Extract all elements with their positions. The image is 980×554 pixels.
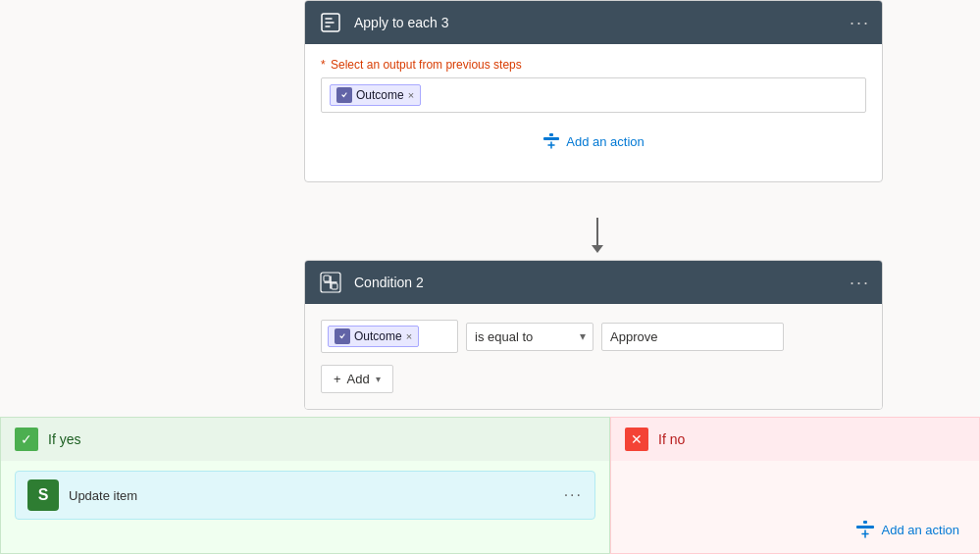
if-no-add-action-icon (855, 520, 875, 539)
condition-icon (317, 269, 344, 296)
apply-each-menu[interactable]: ··· (850, 13, 870, 33)
svg-rect-9 (863, 521, 867, 524)
if-yes-header: ✓ If yes (1, 418, 609, 461)
loop-icon (317, 9, 344, 36)
arrow-head (592, 245, 603, 253)
add-chevron-icon: ▾ (376, 374, 381, 384)
add-condition-button[interactable]: + Add ▾ (321, 365, 393, 393)
yes-check-icon: ✓ (15, 428, 38, 451)
svg-rect-6 (332, 283, 337, 289)
svg-rect-8 (856, 526, 874, 529)
svg-rect-2 (543, 137, 559, 140)
condition-outcome-token: Outcome × (328, 326, 419, 347)
condition-token-input[interactable]: Outcome × (321, 320, 458, 353)
if-yes-section: ✓ If yes S Update item ··· (0, 417, 610, 554)
add-plus-icon: + (334, 372, 341, 386)
field-label-text: Select an output from previous steps (331, 58, 522, 72)
apply-each-body: * Select an output from previous steps O… (305, 44, 882, 181)
branch-container: ✓ If yes S Update item ··· ✕ If no (0, 417, 980, 554)
if-no-add-action-button[interactable]: Add an action (881, 523, 959, 537)
condition-row: Outcome × is equal to (321, 320, 866, 353)
condition-token-label: Outcome (354, 329, 402, 343)
if-no-header: ✕ If no (611, 418, 979, 461)
svg-rect-5 (324, 276, 330, 281)
condition-header: Condition 2 ··· (305, 261, 882, 304)
apply-each-header-left: Apply to each 3 (317, 9, 449, 36)
condition-title: Condition 2 (354, 275, 424, 290)
if-no-section: ✕ If no Add an action (610, 417, 980, 554)
apply-each-title: Apply to each 3 (354, 15, 449, 30)
condition-block: Condition 2 ··· Outcome × is equa (304, 260, 883, 410)
required-asterisk: * (321, 58, 326, 72)
token-label: Outcome (356, 88, 404, 102)
operator-select[interactable]: is equal to (466, 323, 593, 351)
arrow-line (596, 218, 598, 245)
if-no-label: If no (658, 431, 685, 447)
canvas: Apply to each 3 ··· * Select an output f… (0, 0, 980, 554)
condition-menu[interactable]: ··· (850, 273, 870, 293)
if-yes-label: If yes (48, 431, 80, 447)
condition-token-remove[interactable]: × (406, 330, 412, 342)
token-icon (336, 87, 352, 103)
arrow-connector (592, 218, 603, 253)
sharepoint-icon: S (27, 479, 59, 511)
if-no-add-action-container: Add an action (855, 520, 959, 539)
no-cross-icon: ✕ (625, 428, 648, 451)
condition-header-left: Condition 2 (317, 269, 424, 296)
add-action-icon (542, 132, 560, 150)
add-action-label: Add an action (566, 134, 645, 149)
field-label: * Select an output from previous steps (321, 58, 866, 72)
add-action-container: Add an action (321, 113, 866, 168)
apply-each-block: Apply to each 3 ··· * Select an output f… (304, 0, 883, 182)
add-condition-btn-container: + Add ▾ (321, 365, 866, 393)
condition-body: Outcome × is equal to + Add ▾ (305, 304, 882, 409)
update-item-menu[interactable]: ··· (564, 486, 583, 504)
add-label: Add (347, 372, 370, 386)
svg-rect-3 (549, 133, 553, 136)
operator-select-wrapper: is equal to (466, 323, 593, 351)
update-item-left: S Update item (27, 479, 137, 511)
token-input[interactable]: Outcome × (321, 77, 866, 113)
apply-each-header: Apply to each 3 ··· (305, 1, 882, 44)
token-remove[interactable]: × (408, 89, 414, 101)
update-item-title: Update item (69, 488, 137, 503)
update-item-block: S Update item ··· (15, 471, 595, 520)
condition-token-icon (335, 328, 350, 344)
condition-value-input[interactable] (601, 323, 784, 351)
add-action-button[interactable]: Add an action (542, 132, 645, 150)
outcome-token: Outcome × (330, 84, 421, 106)
